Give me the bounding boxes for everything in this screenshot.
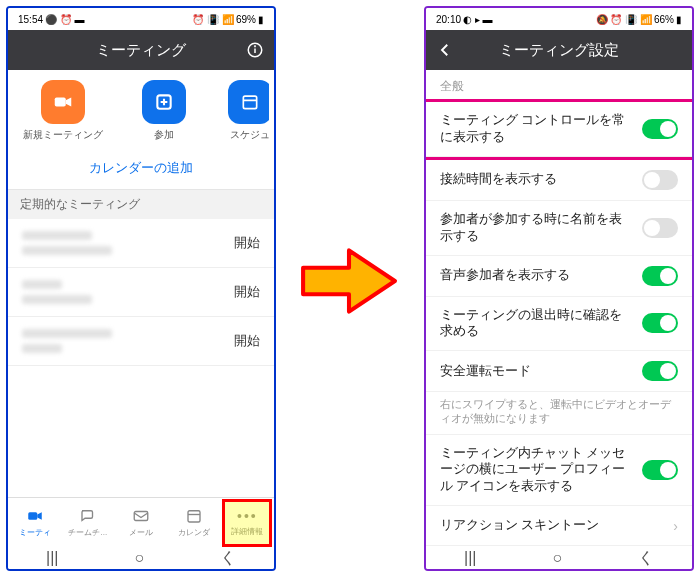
settings-row-show-names[interactable]: 参加者が参加する時に名前を表示する [426,201,692,256]
status-icons: ⚫ ⏰ ▬ [45,14,85,25]
settings-row-safe-driving[interactable]: 安全運転モード [426,351,692,392]
phone-left: 15:54 ⚫ ⏰ ▬ ⏰ 📳 📶 69% ▮ ミーティング 新規ミーティング … [6,6,276,571]
nav-label: メール [129,527,153,538]
statusbar: 20:10 ◐ ▸ ▬ 🔕 ⏰ 📳 📶 66% ▮ [426,8,692,30]
nav-mail[interactable]: メール [114,498,167,547]
statusbar: 15:54 ⚫ ⏰ ▬ ⏰ 📳 📶 69% ▮ [8,8,274,30]
toggle[interactable] [642,266,678,286]
chevron-right-icon: › [673,518,678,534]
add-calendar-link[interactable]: カレンダーの追加 [8,147,274,190]
settings-body[interactable]: 全般 ミーティング コントロールを常に表示する 接続時間を表示する 参加者が参加… [426,70,692,547]
toggle[interactable] [642,460,678,480]
back-icon[interactable]: く [220,548,236,569]
settings-label: ミーティングの退出時に確認を求める [440,307,642,341]
svg-rect-11 [188,511,200,522]
toggle[interactable] [642,218,678,238]
nav-calendar[interactable]: カレンダ [168,498,221,547]
home-icon[interactable]: ○ [134,549,144,567]
svg-rect-10 [134,512,148,521]
status-battery: 69% [236,14,256,25]
settings-row-controls[interactable]: ミーティング コントロールを常に表示する [426,102,692,157]
settings-label: 参加者が参加する時に名前を表示する [440,211,642,245]
nav-more[interactable]: ••• 詳細情報 [221,498,274,547]
svg-point-2 [255,46,256,47]
page-title: ミーティング [96,41,186,60]
settings-row-chat-avatar[interactable]: ミーティング内チャット メッセージの横にユーザー プロフィール アイコンを表示す… [426,435,692,507]
nav-label: チームチ... [68,527,107,538]
blurred-content [22,280,92,304]
battery-icon: ▮ [258,14,264,25]
more-icon: ••• [237,508,258,524]
arrow-icon [298,245,400,317]
home-icon[interactable]: ○ [552,549,562,567]
settings-row-connection-time[interactable]: 接続時間を表示する [426,160,692,201]
svg-rect-9 [28,512,37,520]
meeting-item[interactable]: 開始 [8,219,274,268]
calendar-icon [228,80,269,124]
section-label: 全般 [426,70,692,99]
system-nav: ||| ○ く [426,547,692,569]
bottom-nav: ミーティ チームチ... メール カレンダ ••• 詳細情報 [8,497,274,547]
phone-right: 20:10 ◐ ▸ ▬ 🔕 ⏰ 📳 📶 66% ▮ ミーティング設定 全般 ミー… [424,6,694,571]
toggle[interactable] [642,361,678,381]
status-icons-r: ⏰ 📳 📶 [192,14,234,25]
back-button[interactable] [436,41,454,59]
svg-rect-3 [55,97,66,106]
action-label: 参加 [154,128,174,142]
join-button[interactable]: 参加 [113,80,213,142]
meeting-item[interactable]: 開始 [8,317,274,366]
system-nav: ||| ○ く [8,547,274,569]
settings-row-confirm-leave[interactable]: ミーティングの退出時に確認を求める [426,297,692,352]
start-button[interactable]: 開始 [234,332,260,350]
page-title: ミーティング設定 [499,41,619,60]
nav-meetings[interactable]: ミーティ [8,498,61,547]
action-label: スケジュ [230,128,269,142]
video-icon [41,80,85,124]
recent-icon[interactable]: ||| [46,549,58,567]
settings-row-audio-participants[interactable]: 音声参加者を表示する [426,256,692,297]
battery-icon: ▮ [676,14,682,25]
new-meeting-button[interactable]: 新規ミーティング [13,80,113,142]
settings-label: 音声参加者を表示する [440,267,642,284]
settings-label: リアクション スキントーン [440,517,673,534]
nav-label: カレンダ [178,527,210,538]
plus-icon [142,80,186,124]
blurred-content [22,231,112,255]
schedule-button[interactable]: スケジュ [214,80,269,142]
start-button[interactable]: 開始 [234,234,260,252]
titlebar: ミーティング [8,30,274,70]
nav-label: 詳細情報 [231,526,263,537]
settings-row-skin-tone[interactable]: リアクション スキントーン › [426,506,692,546]
svg-rect-7 [244,96,257,109]
titlebar: ミーティング設定 [426,30,692,70]
toggle[interactable] [642,313,678,333]
highlight-box: ミーティング コントロールを常に表示する [426,99,692,160]
status-icons: ◐ ▸ ▬ [463,14,493,25]
settings-note: 右にスワイプすると、運転中にビデオとオーディオが無効になります [426,392,692,434]
settings-label: 安全運転モード [440,363,642,380]
status-time: 20:10 [436,14,461,25]
recent-icon[interactable]: ||| [464,549,476,567]
action-label: 新規ミーティング [23,128,103,142]
toggle[interactable] [642,119,678,139]
action-row: 新規ミーティング 参加 スケジュ [8,70,274,147]
status-battery: 66% [654,14,674,25]
meeting-item[interactable]: 開始 [8,268,274,317]
blurred-content [22,329,112,353]
info-icon[interactable] [246,41,264,59]
status-time: 15:54 [18,14,43,25]
settings-label: ミーティング コントロールを常に表示する [440,112,642,146]
nav-team-chat[interactable]: チームチ... [61,498,114,547]
toggle[interactable] [642,170,678,190]
section-header: 定期的なミーティング [8,190,274,219]
settings-label: ミーティング内チャット メッセージの横にユーザー プロフィール アイコンを表示す… [440,445,642,496]
start-button[interactable]: 開始 [234,283,260,301]
nav-label: ミーティ [19,527,51,538]
status-icons-r: 🔕 ⏰ 📳 📶 [596,14,652,25]
settings-label: 接続時間を表示する [440,171,642,188]
back-icon[interactable]: く [638,548,654,569]
